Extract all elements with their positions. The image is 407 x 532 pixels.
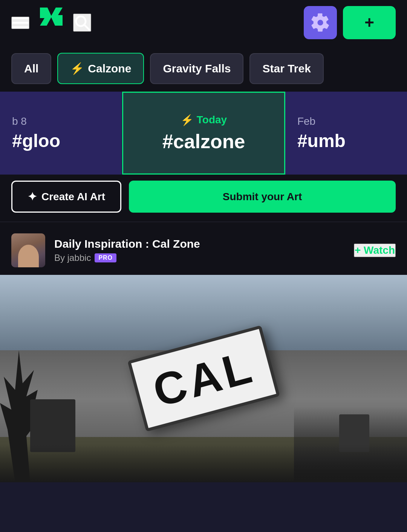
- prompt-left-date: b 8: [12, 115, 110, 127]
- tab-all[interactable]: All: [11, 53, 51, 84]
- category-tabs: All ⚡ Calzone Gravity Falls Star Trek: [0, 45, 407, 92]
- tab-startrek-label: Star Trek: [262, 62, 311, 75]
- prompt-card-center[interactable]: ⚡ Today #calzone: [122, 92, 285, 175]
- prompt-card-right[interactable]: Feb #umb: [285, 92, 407, 175]
- watch-button[interactable]: + Watch: [354, 244, 396, 257]
- inspiration-title: Daily Inspiration : Cal Zone: [54, 238, 345, 250]
- svg-line-2: [84, 25, 89, 29]
- pro-badge: PRO: [95, 253, 116, 262]
- daily-inspiration-section: Daily Inspiration : Cal Zone By jabbic P…: [0, 222, 407, 275]
- hamburger-line: [12, 17, 29, 19]
- deviantart-logo[interactable]: [40, 8, 63, 38]
- submit-art-button[interactable]: Submit your Art: [129, 181, 396, 213]
- prompt-card-left[interactable]: b 8 #gloo: [0, 92, 122, 175]
- settings-button[interactable]: [304, 6, 337, 39]
- header-left: [11, 8, 296, 38]
- header-right: +: [304, 6, 396, 39]
- hamburger-line: [12, 22, 29, 24]
- prompt-center-hash: #calzone: [162, 130, 245, 153]
- street-sign-container: CAL: [135, 342, 273, 415]
- watch-label: + Watch: [355, 244, 395, 256]
- search-button[interactable]: [73, 14, 91, 32]
- hamburger-line: [12, 26, 29, 28]
- street-sign-text: CAL: [148, 341, 259, 416]
- sky-background: [0, 275, 407, 350]
- tab-star-trek[interactable]: Star Trek: [249, 53, 323, 84]
- create-ai-art-button[interactable]: ✦ Create AI Art: [11, 181, 121, 213]
- prompt-right-date: Feb: [297, 115, 395, 127]
- hamburger-menu-button[interactable]: [11, 17, 29, 29]
- header: +: [0, 0, 407, 45]
- svg-marker-0: [40, 8, 63, 26]
- tab-all-label: All: [24, 62, 38, 75]
- creator-by-label: By jabbic: [54, 253, 91, 263]
- tab-gravity-label: Gravity Falls: [163, 62, 231, 75]
- sparkle-icon: ✦: [28, 190, 37, 203]
- creator-byline: By jabbic PRO: [54, 253, 345, 263]
- prompt-left-hash: #gloo: [12, 130, 110, 151]
- lightning-icon: ⚡: [70, 62, 84, 75]
- creator-avatar: [11, 233, 45, 267]
- add-button[interactable]: +: [343, 6, 396, 39]
- submit-art-label: Submit your Art: [223, 191, 302, 202]
- add-icon: +: [364, 13, 374, 32]
- action-buttons: ✦ Create AI Art Submit your Art: [0, 175, 407, 222]
- tab-gravity-falls[interactable]: Gravity Falls: [150, 53, 243, 84]
- hero-image: CAL: [0, 275, 407, 482]
- creator-info: Daily Inspiration : Cal Zone By jabbic P…: [54, 238, 345, 263]
- prompts-section: b 8 #gloo ⚡ Today #calzone Feb #umb: [0, 92, 407, 175]
- lightning-today-icon: ⚡: [181, 114, 194, 126]
- prompt-right-hash: #umb: [297, 130, 395, 151]
- prompt-today-label: ⚡ Today: [181, 114, 227, 126]
- tab-calzone-label: Calzone: [88, 62, 131, 75]
- tab-calzone[interactable]: ⚡ Calzone: [57, 53, 144, 84]
- prompt-today-text: Today: [197, 114, 227, 126]
- ai-art-label: Create AI Art: [41, 191, 105, 203]
